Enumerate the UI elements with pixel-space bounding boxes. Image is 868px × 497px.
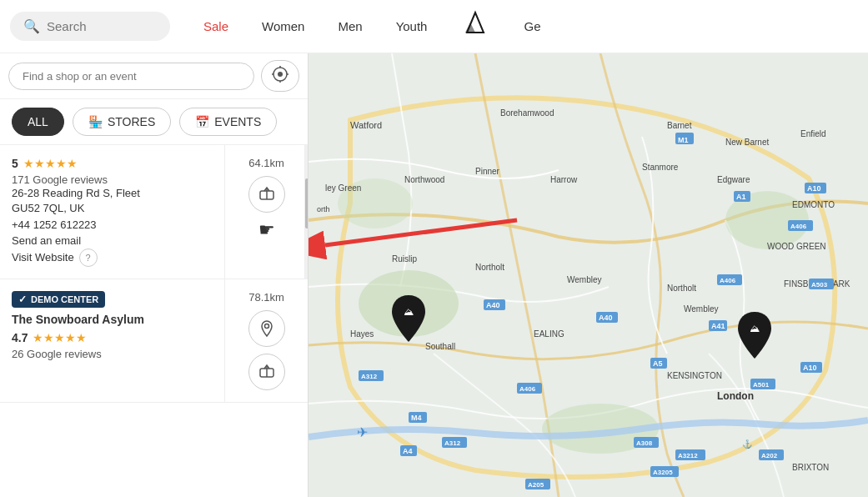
- svg-text:Northolt: Northolt: [667, 284, 696, 293]
- svg-text:Barnet: Barnet: [667, 121, 692, 130]
- svg-text:Southall: Southall: [425, 342, 455, 351]
- nav-link-youth[interactable]: Youth: [396, 19, 428, 33]
- svg-text:⛰: ⛰: [750, 323, 760, 334]
- svg-text:⚓: ⚓: [742, 439, 753, 449]
- visit-website-link[interactable]: Visit Website: [12, 251, 74, 264]
- check-icon: ✓: [18, 294, 27, 305]
- store-name-2: The Snowboard Asylum: [12, 313, 213, 326]
- svg-text:M1: M1: [678, 136, 689, 144]
- svg-text:A1: A1: [736, 193, 746, 201]
- search-icon: 🔍: [23, 18, 40, 34]
- location-pin-button-2[interactable]: [248, 310, 285, 347]
- svg-text:A205: A205: [528, 481, 544, 489]
- distance-1: 64.1km: [248, 157, 284, 169]
- svg-text:A3212: A3212: [678, 452, 698, 459]
- rating-row-1: 5 ★★★★★: [12, 157, 213, 170]
- svg-text:Wembley: Wembley: [684, 304, 719, 314]
- svg-text:⛰: ⛰: [404, 306, 414, 318]
- svg-point-10: [264, 324, 268, 329]
- find-shop-bar: [0, 53, 308, 99]
- store-phone-1: +44 1252 612223: [12, 218, 213, 231]
- svg-text:Northwood: Northwood: [404, 175, 444, 184]
- store-list: 5 ★★★★★ 171 Google reviews 26-28 Reading…: [0, 145, 308, 497]
- filter-stores-button[interactable]: 🏪 STORES: [73, 108, 171, 136]
- filter-row: ALL 🏪 STORES 📅 EVENTS: [0, 99, 308, 145]
- map-area[interactable]: Watford Borehamwood Barnet New Barnet En…: [309, 53, 868, 497]
- svg-text:Ruislip: Ruislip: [392, 254, 417, 264]
- svg-text:✈: ✈: [357, 425, 368, 439]
- svg-text:A202: A202: [761, 452, 778, 459]
- search-input[interactable]: [47, 19, 163, 33]
- svg-text:Harrow: Harrow: [550, 175, 578, 184]
- svg-text:Wembley: Wembley: [567, 275, 602, 284]
- stars-1: ★★★★★: [23, 157, 78, 170]
- nav-link-men[interactable]: Men: [338, 19, 362, 33]
- svg-text:A10: A10: [807, 184, 821, 193]
- store-links-1: Send an email Visit Website ?: [12, 234, 213, 267]
- store-icon: 🏪: [88, 115, 103, 128]
- calendar-icon: 📅: [195, 115, 209, 128]
- main-nav: Sale Women Men Youth Ge: [203, 9, 540, 44]
- scrollbar-thumb: [305, 178, 308, 228]
- rating-number-2: 4.7: [12, 331, 28, 344]
- svg-text:Hayes: Hayes: [350, 329, 374, 339]
- map-svg: Watford Borehamwood Barnet New Barnet En…: [309, 53, 868, 497]
- svg-text:A40: A40: [599, 314, 613, 322]
- directions-button-2[interactable]: [248, 354, 285, 390]
- svg-text:A10: A10: [803, 364, 817, 372]
- directions-button-1[interactable]: [248, 176, 285, 213]
- nav-link-sale[interactable]: Sale: [203, 19, 228, 33]
- left-panel: ALL 🏪 STORES 📅 EVENTS 5 ★★★★★ 171 Google…: [0, 53, 309, 497]
- search-bar[interactable]: 🔍: [10, 12, 170, 41]
- find-shop-input[interactable]: [8, 63, 254, 90]
- svg-text:New Barnet: New Barnet: [725, 138, 769, 147]
- svg-text:Edgware: Edgware: [717, 175, 750, 184]
- store-info-1: 5 ★★★★★ 171 Google reviews 26-28 Reading…: [0, 145, 224, 279]
- svg-text:Enfield: Enfield: [800, 129, 826, 138]
- main-area: ALL 🏪 STORES 📅 EVENTS 5 ★★★★★ 171 Google…: [0, 53, 868, 497]
- top-navigation: 🔍 Sale Women Men Youth Ge: [0, 0, 868, 53]
- svg-point-3: [278, 72, 283, 77]
- svg-text:Pinner: Pinner: [475, 167, 500, 176]
- cursor-icon: ☛: [258, 219, 275, 241]
- svg-text:BRIXTON: BRIXTON: [792, 463, 829, 472]
- distance-2: 78.1km: [248, 291, 284, 304]
- filter-events-button[interactable]: 📅 EVENTS: [179, 108, 277, 136]
- store-address-1: 26-28 Reading Rd S, Fleet GU52 7QL, UK: [12, 186, 213, 216]
- help-circle[interactable]: ?: [79, 248, 98, 267]
- svg-marker-1: [465, 23, 475, 33]
- svg-text:A3205: A3205: [653, 469, 673, 476]
- brand-logo-icon[interactable]: [460, 9, 490, 44]
- svg-text:Borehamwood: Borehamwood: [500, 108, 554, 118]
- svg-text:orth: orth: [317, 205, 330, 213]
- rating-number-1: 5: [12, 157, 18, 170]
- svg-text:A501: A501: [753, 381, 770, 389]
- filter-all-button[interactable]: ALL: [12, 108, 64, 136]
- review-count-1: 171 Google reviews: [12, 173, 213, 186]
- svg-text:ley Green: ley Green: [325, 183, 361, 193]
- svg-text:KENSINGTON: KENSINGTON: [667, 371, 722, 380]
- svg-text:A40: A40: [486, 301, 500, 309]
- review-count-2: 26 Google reviews: [12, 348, 213, 360]
- svg-text:A406: A406: [720, 277, 736, 284]
- store-actions-1: 64.1km ☛: [224, 145, 308, 279]
- svg-text:EALING: EALING: [534, 329, 564, 339]
- svg-text:London: London: [717, 390, 754, 402]
- location-button[interactable]: [261, 60, 299, 92]
- svg-text:A503: A503: [811, 281, 828, 289]
- nav-link-women[interactable]: Women: [262, 19, 304, 33]
- rating-row-2: 4.7 ★★★★★: [12, 331, 213, 344]
- scrollbar-track[interactable]: [304, 145, 308, 279]
- svg-text:A4: A4: [403, 447, 413, 455]
- nav-link-ge[interactable]: Ge: [524, 19, 540, 33]
- svg-text:A406: A406: [519, 385, 536, 393]
- send-email-link[interactable]: Send an email: [12, 234, 213, 247]
- svg-text:A312: A312: [361, 373, 378, 380]
- svg-text:A5: A5: [653, 359, 663, 368]
- svg-text:Watford: Watford: [350, 120, 382, 130]
- store-item-1: 5 ★★★★★ 171 Google reviews 26-28 Reading…: [0, 145, 308, 279]
- svg-text:A312: A312: [444, 439, 461, 447]
- svg-text:A41: A41: [711, 322, 725, 330]
- store-info-2: ✓ DEMO CENTER The Snowboard Asylum 4.7 ★…: [0, 279, 224, 402]
- svg-text:M4: M4: [411, 414, 422, 422]
